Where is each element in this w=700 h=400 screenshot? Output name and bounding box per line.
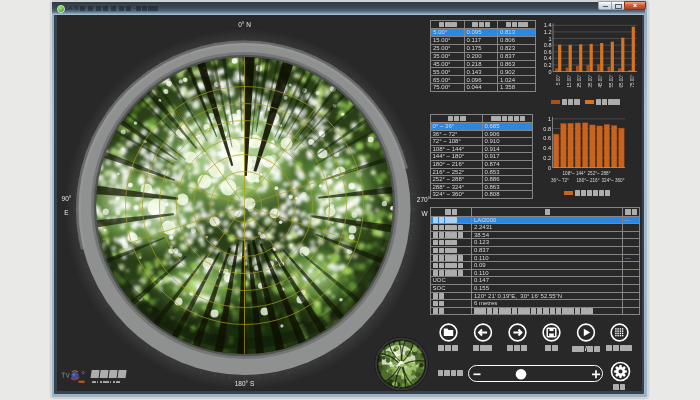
svg-text:324°~ 360°: 324°~ 360° bbox=[602, 178, 625, 183]
svg-text:180° S: 180° S bbox=[235, 380, 255, 387]
svg-text:0.2: 0.2 bbox=[543, 155, 551, 161]
svg-text:5.00°: 5.00° bbox=[556, 74, 561, 85]
svg-text:55.00°: 55.00° bbox=[609, 74, 614, 87]
svg-text:W: W bbox=[421, 210, 428, 217]
svg-text:0: 0 bbox=[548, 165, 551, 171]
svg-text:15.00°: 15.00° bbox=[567, 74, 572, 87]
svg-text:252°~ 288°: 252°~ 288° bbox=[588, 171, 611, 176]
svg-text:108°~ 144°: 108°~ 144° bbox=[563, 171, 586, 176]
svg-text:1: 1 bbox=[548, 36, 551, 42]
svg-text:E: E bbox=[64, 209, 69, 216]
svg-text:0.4: 0.4 bbox=[544, 55, 552, 61]
svg-text:0.6: 0.6 bbox=[543, 135, 551, 141]
svg-text:75.00°: 75.00° bbox=[630, 74, 635, 87]
svg-text:0.8: 0.8 bbox=[544, 42, 552, 48]
svg-text:0: 0 bbox=[548, 69, 551, 75]
svg-text:36°~ 72°: 36°~ 72° bbox=[551, 178, 569, 183]
svg-text:1.4: 1.4 bbox=[544, 22, 552, 28]
svg-text:0.8: 0.8 bbox=[543, 126, 551, 132]
svg-text:1.2: 1.2 bbox=[544, 29, 552, 35]
svg-text:35.00°: 35.00° bbox=[588, 74, 593, 87]
svg-text:25.00°: 25.00° bbox=[577, 74, 582, 87]
svg-text:180°~ 216°: 180°~ 216° bbox=[577, 178, 600, 183]
svg-text:0.6: 0.6 bbox=[544, 49, 552, 55]
svg-text:0.4: 0.4 bbox=[543, 145, 551, 151]
svg-text:0° N: 0° N bbox=[238, 21, 251, 28]
svg-text:45.00°: 45.00° bbox=[598, 74, 603, 87]
svg-text:65.00°: 65.00° bbox=[619, 74, 624, 87]
svg-text:1: 1 bbox=[548, 116, 551, 122]
svg-text:90°: 90° bbox=[62, 195, 72, 202]
svg-text:0.2: 0.2 bbox=[544, 62, 552, 68]
